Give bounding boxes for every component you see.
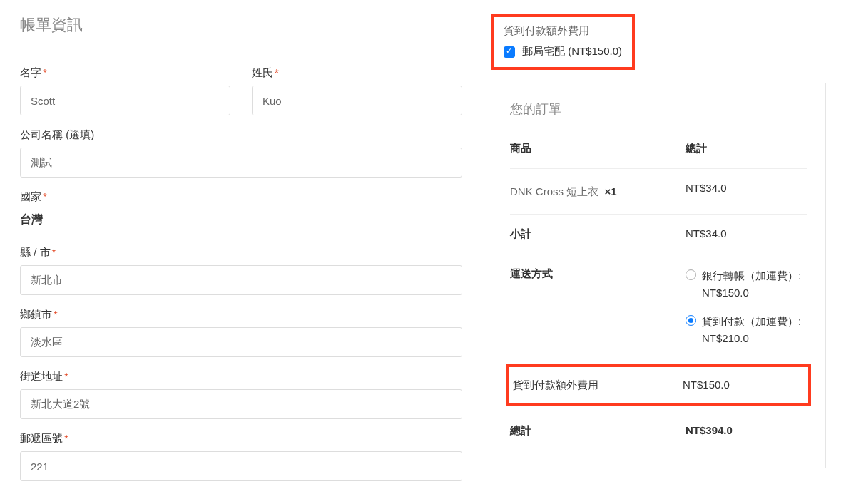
cod-option-label: 郵局宅配 (NT$150.0) xyxy=(522,45,622,58)
order-item-name: DNK Cross 短上衣 ×1 xyxy=(510,182,686,201)
billing-title: 帳單資訊 xyxy=(20,14,462,46)
country-label: 國家* xyxy=(20,190,462,204)
total-value: NT$394.0 xyxy=(686,424,807,438)
last-name-input[interactable] xyxy=(252,86,462,115)
subtotal-label: 小計 xyxy=(510,227,686,241)
order-item-row: DNK Cross 短上衣 ×1 NT$34.0 xyxy=(510,168,807,214)
first-name-input[interactable] xyxy=(20,86,230,115)
total-row: 總計 NT$394.0 xyxy=(510,411,807,451)
order-title: 您的訂單 xyxy=(510,101,807,128)
city-label: 鄉鎮市* xyxy=(20,308,462,322)
shipping-option-cod[interactable]: 貨到付款（加運費）: NT$210.0 xyxy=(686,313,807,347)
first-name-label: 名字* xyxy=(20,66,230,80)
order-item-price: NT$34.0 xyxy=(686,182,807,201)
cod-fee-row: 貨到付款額外費用 NT$150.0 xyxy=(506,364,811,406)
radio-unchecked-icon[interactable] xyxy=(686,269,696,280)
cod-fee-label: 貨到付款額外費用 xyxy=(513,379,683,392)
billing-form: 帳單資訊 名字* 姓氏* 公司名稱 (選填) 國家* 台灣 xyxy=(20,14,462,494)
street-input[interactable] xyxy=(20,389,462,419)
last-name-label: 姓氏* xyxy=(252,66,462,80)
subtotal-value: NT$34.0 xyxy=(686,227,807,241)
header-product: 商品 xyxy=(510,142,686,155)
country-value: 台灣 xyxy=(20,210,462,233)
state-input[interactable] xyxy=(20,265,462,295)
cod-extra-fee-box: 貨到付款額外費用 郵局宅配 (NT$150.0) xyxy=(491,14,635,70)
cod-option-checkbox[interactable] xyxy=(504,46,515,58)
shipping-label: 運送方式 xyxy=(510,267,686,347)
shipping-row: 運送方式 銀行轉帳（加運費）: NT$150.0 xyxy=(510,254,807,360)
street-label: 街道地址* xyxy=(20,370,462,384)
order-header-row: 商品 總計 xyxy=(510,135,807,168)
radio-checked-icon[interactable] xyxy=(686,315,696,326)
postcode-input[interactable] xyxy=(20,451,462,481)
cod-extra-title: 貨到付款額外費用 xyxy=(504,24,622,38)
shipping-option-bank[interactable]: 銀行轉帳（加運費）: NT$150.0 xyxy=(686,267,807,302)
order-summary-panel: 您的訂單 商品 總計 DNK Cross 短上衣 ×1 NT$34.0 小計 N… xyxy=(491,83,826,468)
postcode-label: 郵遞區號* xyxy=(20,432,462,446)
total-label: 總計 xyxy=(510,424,686,438)
company-input[interactable] xyxy=(20,148,462,178)
city-input[interactable] xyxy=(20,327,462,357)
subtotal-row: 小計 NT$34.0 xyxy=(510,214,807,254)
header-total: 總計 xyxy=(686,142,807,155)
state-label: 縣 / 市* xyxy=(20,246,462,259)
company-label: 公司名稱 (選填) xyxy=(20,128,462,142)
cod-fee-value: NT$150.0 xyxy=(683,379,804,392)
